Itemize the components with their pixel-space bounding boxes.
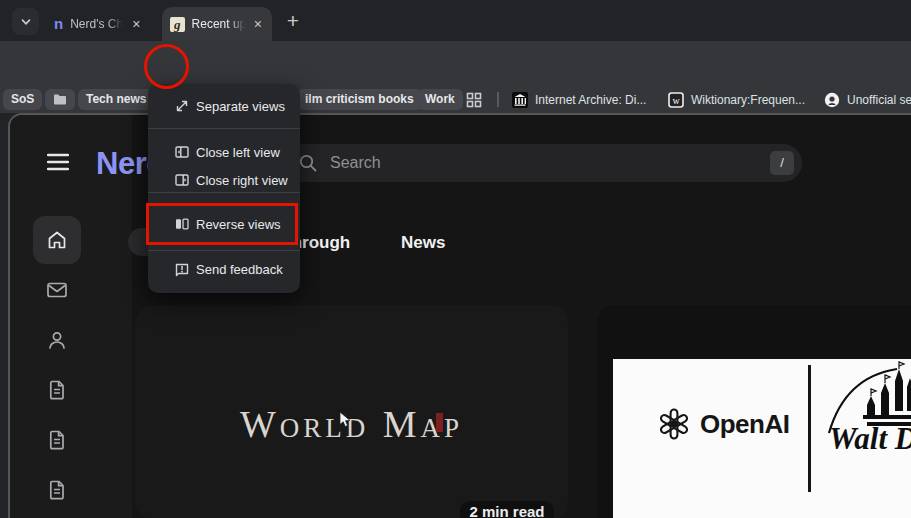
- tab-search-button[interactable]: [12, 8, 39, 35]
- search-icon: [298, 153, 318, 173]
- bookmarks-separator: [497, 92, 499, 107]
- red-circle-annotation: [144, 44, 189, 89]
- chevron-down-icon: [20, 16, 32, 28]
- menu-item-separate-views[interactable]: Separate views: [148, 92, 300, 120]
- menu-item-label: Close right view: [196, 173, 288, 188]
- menu-separator: [148, 128, 300, 129]
- document-icon[interactable]: [45, 378, 69, 402]
- article-card-world-map[interactable]: World Map 2 min read: [135, 305, 568, 518]
- tab-nerds-chalk[interactable]: n Nerd's Ch ×: [46, 7, 150, 41]
- goodreads-favicon: g: [170, 17, 185, 32]
- mail-icon[interactable]: [45, 278, 69, 302]
- close-tab-icon[interactable]: ×: [252, 17, 264, 31]
- diagonal-arrows-icon: [174, 98, 190, 114]
- menu-item-close-left-view[interactable]: Close left view: [148, 138, 300, 166]
- tab-label: Recent up: [192, 17, 245, 31]
- logo-divider: [808, 365, 811, 492]
- close-left-pane-icon: [174, 144, 190, 160]
- disney-wordmark: Walt D: [829, 421, 911, 457]
- close-right-pane-icon: [174, 172, 190, 188]
- bookmark-tech-news[interactable]: Tech news: [78, 89, 154, 110]
- read-time-badge: 2 min read: [460, 501, 554, 518]
- article-card-openai-disney[interactable]: OpenAI Walt D: [597, 305, 911, 518]
- sidebar-home-button[interactable]: [33, 216, 81, 264]
- menu-separator: [148, 192, 300, 193]
- bookmark-label: Internet Archive: Di...: [535, 93, 646, 107]
- tab-recent-updates[interactable]: g Recent up ×: [162, 7, 272, 41]
- red-box-annotation: [146, 203, 298, 245]
- github-mark-icon: [824, 92, 840, 108]
- new-tab-button[interactable]: +: [281, 9, 305, 33]
- article-thumbnail: OpenAI Walt D: [613, 359, 911, 518]
- bookmark-label: Unofficial se: [847, 93, 911, 107]
- bookmark-folder[interactable]: [45, 89, 75, 110]
- browser-window: n Nerd's Ch × g Recent up × +: [0, 0, 911, 518]
- openai-flower-icon: [657, 407, 691, 441]
- search-shortcut-key: /: [770, 151, 794, 175]
- hamburger-menu-icon[interactable]: [47, 153, 69, 171]
- bookmarks-bar: SoS Tech news ilm criticism books Work I…: [0, 86, 911, 113]
- split-view-menu: Separate views Close left view Close rig…: [148, 84, 300, 293]
- menu-item-label: Send feedback: [196, 262, 283, 277]
- search-input[interactable]: [328, 153, 770, 173]
- bookmark-label: Wiktionary:Frequen...: [691, 93, 805, 107]
- bookmark-internet-archive[interactable]: Internet Archive: Di...: [512, 89, 646, 110]
- document-icon[interactable]: [45, 478, 69, 502]
- menu-item-send-feedback[interactable]: Send feedback: [148, 255, 300, 283]
- nav-item-news[interactable]: News: [401, 233, 445, 253]
- menu-separator: [148, 250, 300, 251]
- home-icon: [45, 228, 69, 252]
- svg-text:w: w: [672, 95, 680, 106]
- openai-wordmark: OpenAI: [700, 409, 789, 440]
- close-tab-icon[interactable]: ×: [130, 17, 142, 31]
- menu-item-label: Separate views: [196, 99, 285, 114]
- tab-label: Nerd's Ch: [70, 17, 123, 31]
- red-seal-mark: [436, 413, 443, 432]
- person-icon[interactable]: [45, 328, 69, 352]
- tab-strip: n Nerd's Ch × g Recent up × +: [0, 0, 911, 41]
- bookmark-film-criticism-books[interactable]: ilm criticism books: [297, 89, 422, 110]
- folder-icon: [53, 93, 67, 106]
- archive-building-icon: [512, 92, 528, 108]
- menu-item-close-right-view[interactable]: Close right view: [148, 166, 300, 194]
- bookmark-sos[interactable]: SoS: [3, 89, 42, 110]
- bookmark-unofficial[interactable]: Unofficial se: [824, 89, 911, 110]
- wiktionary-w-icon: w: [668, 92, 684, 108]
- nerdschalk-favicon: n: [54, 16, 63, 32]
- search-bar[interactable]: /: [282, 144, 802, 182]
- feedback-bubble-icon: [174, 261, 190, 277]
- bookmark-work[interactable]: Work: [417, 89, 463, 110]
- document-icon[interactable]: [45, 428, 69, 452]
- mouse-cursor-icon: [339, 411, 352, 428]
- split-view-page: Nerd / through News World Map 2 min read: [8, 113, 911, 518]
- menu-item-label: Close left view: [196, 145, 280, 160]
- bookmark-wiktionary[interactable]: w Wiktionary:Frequen...: [668, 89, 805, 110]
- apps-grid-icon[interactable]: [466, 92, 482, 108]
- openai-logo: OpenAI: [657, 407, 789, 441]
- toolbar: nerdschalk.com: [0, 41, 911, 86]
